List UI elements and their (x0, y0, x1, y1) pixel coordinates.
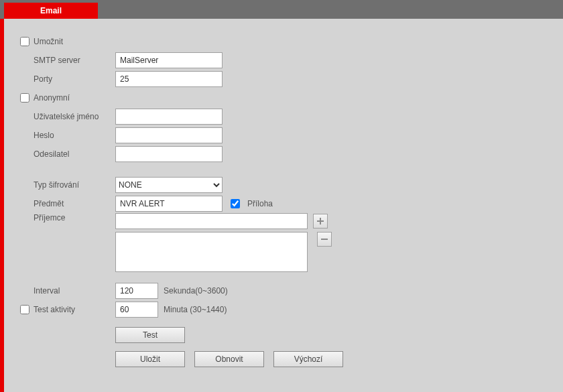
interval-input[interactable] (115, 283, 158, 299)
health-checkbox[interactable] (20, 305, 29, 314)
sender-input[interactable] (115, 146, 223, 162)
interval-label: Interval (34, 286, 115, 296)
recipient-list[interactable] (115, 232, 308, 272)
recipient-input[interactable] (115, 213, 308, 229)
password-label: Heslo (34, 131, 115, 140)
anonymous-label: Anonymní (34, 93, 115, 103)
smtp-label: SMTP server (34, 56, 115, 65)
enable-checkbox[interactable] (20, 37, 29, 46)
health-unit: Minuta (30~1440) (164, 305, 227, 314)
default-button[interactable]: Výchozí (273, 351, 343, 367)
health-label: Test aktivity (34, 305, 115, 314)
save-button[interactable]: Uložit (115, 351, 185, 367)
subject-input[interactable] (115, 196, 223, 212)
attachment-label: Příloha (247, 199, 273, 208)
username-label: Uživatelské jméno (34, 112, 115, 121)
sender-label: Odesilatel (34, 149, 115, 159)
refresh-button[interactable]: Obnovit (194, 351, 264, 367)
port-label: Porty (34, 74, 115, 84)
encryption-label: Typ šifrování (34, 180, 115, 190)
test-button[interactable]: Test (115, 327, 185, 343)
tab-email[interactable]: Email (4, 3, 98, 19)
smtp-input[interactable] (115, 52, 223, 68)
attachment-checkbox[interactable] (231, 199, 240, 208)
remove-recipient-button[interactable] (317, 232, 332, 247)
health-input[interactable] (115, 302, 158, 318)
port-input[interactable] (115, 71, 223, 87)
username-input[interactable] (115, 109, 223, 125)
encryption-select[interactable]: NONE (115, 177, 223, 193)
recipient-label: Příjemce (34, 213, 115, 222)
anonymous-checkbox[interactable] (20, 93, 29, 103)
interval-unit: Sekunda(0~3600) (164, 286, 228, 296)
subject-label: Předmět (34, 199, 115, 208)
password-input[interactable] (115, 127, 223, 143)
email-form: Umožnit SMTP server Porty Anonymní Uživa… (4, 19, 563, 392)
add-recipient-button[interactable] (313, 214, 328, 228)
enable-label: Umožnit (34, 37, 115, 46)
